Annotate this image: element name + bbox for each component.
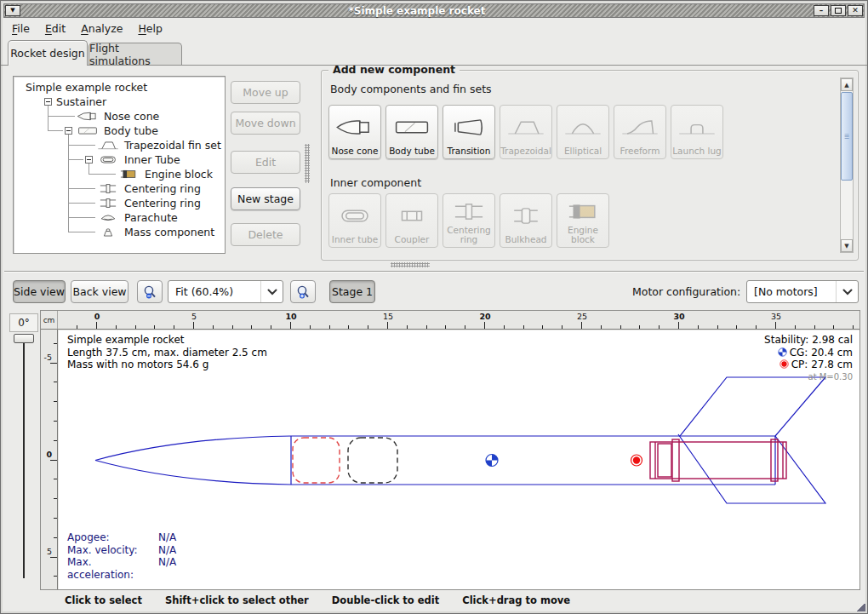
- add-engine-block-button[interactable]: Engine block: [557, 193, 609, 248]
- add-inner-tube-button[interactable]: Inner tube: [328, 193, 381, 248]
- chevron-down-icon: [267, 289, 277, 296]
- ruler-tick: [54, 498, 57, 499]
- horizontal-splitter-grip[interactable]: [391, 262, 430, 267]
- add-elliptical-button[interactable]: Elliptical: [557, 105, 609, 159]
- title-bar[interactable]: ▼ *Simple example rocket – ✕: [3, 3, 865, 18]
- add-nose-cone-button[interactable]: Nose cone: [328, 105, 381, 159]
- scroll-up-button[interactable]: ▲: [841, 78, 853, 91]
- minimize-button[interactable]: –: [814, 5, 829, 16]
- tree-item-nose-cone[interactable]: Nose cone: [14, 109, 225, 123]
- tree-item-simple-example-rocket[interactable]: Simple example rocket: [14, 80, 225, 95]
- expander-minus-icon[interactable]: [65, 127, 72, 135]
- ruler-tick: [698, 325, 699, 329]
- add-bulkhead-button[interactable]: Bulkhead: [500, 193, 552, 248]
- edit-button[interactable]: Edit: [231, 151, 300, 174]
- scroll-down-button[interactable]: ▼: [841, 239, 853, 252]
- expander-minus-icon[interactable]: [85, 156, 93, 164]
- close-button[interactable]: ✕: [848, 5, 863, 16]
- tree-item-label: Simple example rocket: [26, 81, 147, 94]
- ruler-tick: [659, 325, 660, 329]
- cg-marker: [486, 455, 498, 467]
- ruler-tick: [290, 322, 291, 329]
- status-hints: Click to selectShift+click to select oth…: [65, 594, 570, 606]
- body-component-buttons: Nose coneBody tubeTransitionTrapezoidalE…: [328, 105, 723, 159]
- launchlug-icon: [677, 118, 717, 137]
- flight-stat-label: Apogee:: [67, 531, 158, 544]
- back-view-button[interactable]: Back view: [71, 280, 128, 303]
- tree-item-centering-ring[interactable]: Centering ring: [14, 181, 225, 196]
- motor-configuration-combo[interactable]: [No motors]: [746, 280, 859, 303]
- add-centering-ring-button[interactable]: Centering ring: [443, 193, 495, 248]
- menu-help[interactable]: Help: [130, 20, 170, 37]
- tab-flight-simulations[interactable]: Flight simulations: [89, 43, 182, 66]
- component-button-label: Trapezoidal: [500, 146, 551, 156]
- flight-stat-row: Max. acceleration:N/A: [67, 556, 176, 581]
- ruler-number: 10: [283, 312, 299, 321]
- centeringring-icon: [97, 183, 119, 194]
- expander-minus-icon[interactable]: [44, 98, 52, 106]
- menu-edit[interactable]: Edit: [37, 20, 73, 37]
- tree-item-mass-component[interactable]: Mass component: [14, 225, 225, 239]
- add-launch-lug-button[interactable]: Launch lug: [671, 105, 723, 159]
- scrollbar-thumb[interactable]: ==: [841, 92, 853, 181]
- vertical-splitter-grip[interactable]: [305, 144, 310, 183]
- menu-analyze[interactable]: Analyze: [73, 20, 130, 37]
- tree-item-centering-ring[interactable]: Centering ring: [14, 196, 225, 210]
- tree-item-inner-tube[interactable]: Inner Tube: [14, 152, 225, 167]
- combo-chevron: [260, 281, 283, 302]
- add-trapezoidal-button[interactable]: Trapezoidal: [500, 105, 552, 159]
- ruler-tick: [426, 325, 427, 329]
- ruler-tick: [54, 518, 57, 519]
- rotation-slider-handle[interactable]: [14, 334, 34, 343]
- window-menu-button[interactable]: ▼: [5, 5, 20, 16]
- add-body-tube-button[interactable]: Body tube: [385, 105, 438, 159]
- ruler-tick: [756, 325, 757, 329]
- menu-file[interactable]: File: [4, 20, 37, 37]
- move-up-button[interactable]: Move up: [231, 81, 300, 104]
- section-body-components: Body components and fin sets: [330, 83, 492, 95]
- flight-stat-value: N/A: [158, 544, 176, 557]
- ruler-number: 15: [380, 312, 396, 321]
- side-view-button[interactable]: Side view: [13, 280, 66, 303]
- tree-item-parachute[interactable]: Parachute: [14, 210, 225, 225]
- bodytube-icon: [77, 125, 99, 136]
- add-transition-button[interactable]: Transition: [443, 105, 495, 159]
- move-down-button[interactable]: Move down: [231, 112, 300, 135]
- rocket-view[interactable]: Simple example rocket Length 37.5 cm, ma…: [59, 330, 859, 589]
- zoom-in-button[interactable]: [290, 280, 316, 303]
- launchlug-icon: [677, 108, 717, 146]
- tree-item-sustainer[interactable]: Sustainer: [14, 95, 225, 109]
- maximize-button[interactable]: [831, 5, 846, 16]
- new-stage-button[interactable]: New stage: [231, 187, 300, 210]
- component-button-label: Launch lug: [672, 146, 722, 156]
- tree-item-label: Body tube: [104, 124, 158, 137]
- tree-item-label: Engine block: [145, 168, 213, 181]
- stage-1-toggle[interactable]: Stage 1: [329, 280, 375, 303]
- ruler-tick: [678, 322, 679, 329]
- component-button-label: Nose cone: [332, 146, 379, 156]
- component-scrollbar[interactable]: ▲ == ▼: [840, 77, 854, 253]
- zoom-out-button[interactable]: [137, 280, 163, 303]
- window-title: *Simple example rocket: [21, 5, 813, 17]
- tree-item-trapezoidal-fin-set[interactable]: Trapezoidal fin set: [14, 138, 225, 152]
- window-resize-grip[interactable]: [857, 604, 865, 611]
- tree-item-body-tube[interactable]: Body tube: [14, 123, 225, 138]
- add-freeform-button[interactable]: Freeform: [614, 105, 666, 159]
- zoom-level-combo[interactable]: Fit (60.4%): [168, 280, 283, 303]
- tab-rocket-design[interactable]: Rocket design: [8, 40, 88, 66]
- rocket-dimensions: Length 37.5 cm, max. diameter 2.5 cm: [67, 347, 267, 359]
- centeringring-icon: [97, 198, 119, 209]
- fin-trap-icon: [506, 118, 545, 137]
- component-tree[interactable]: Simple example rocketSustainerNose coneB…: [13, 76, 226, 254]
- rocket-info-text: Simple example rocket Length 37.5 cm, ma…: [67, 334, 267, 371]
- cp-legend-icon: [779, 359, 789, 369]
- delete-button[interactable]: Delete: [231, 223, 300, 246]
- add-coupler-button[interactable]: Coupler: [385, 193, 438, 248]
- ruler-tick: [736, 325, 737, 329]
- ruler-number: 20: [477, 312, 493, 321]
- ruler-tick: [54, 440, 57, 441]
- rotation-slider-track[interactable]: [23, 341, 25, 578]
- tree-item-engine-block[interactable]: Engine block: [14, 167, 225, 181]
- centeringring-icon: [449, 197, 488, 226]
- ruler-tick: [523, 325, 524, 329]
